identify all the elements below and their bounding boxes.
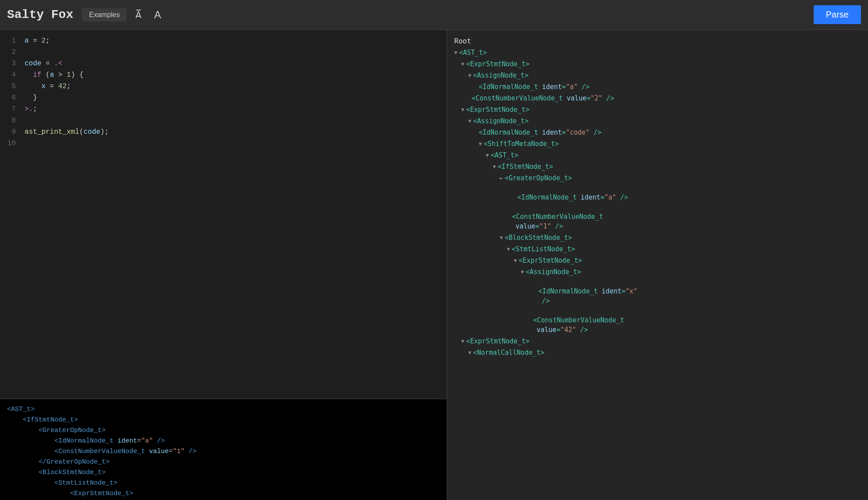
ast-spacer <box>447 278 868 286</box>
app-title: Salty Fox <box>7 8 73 21</box>
ast-node: ▼ <NormalCallNode_t> <box>447 347 868 358</box>
ast-node: ▼ <ExprStmtNode_t> <box>447 58 868 70</box>
ast-node: <ConstNumberValueNode_tvalue="42" /> <box>447 314 868 336</box>
line-num: 9 <box>7 126 16 138</box>
line-num: 6 <box>7 92 16 104</box>
ast-spacer <box>447 307 868 314</box>
parse-button[interactable]: Parse <box>814 5 861 24</box>
code-editor[interactable]: 1 2 3 4 5 6 7 8 9 10 a = 2; code = .< if… <box>0 30 447 399</box>
ast-node: ▼ <ExprStmtNode_t> <box>447 336 868 347</box>
ast-node: ▼ <AST_t> <box>447 150 868 161</box>
line-num: 7 <box>7 104 16 115</box>
ast-node: <ConstNumberValueNode_t value="2" /> <box>447 93 868 104</box>
ast-node: ▼ <IfStmtNode_t> <box>447 161 868 172</box>
main-area: 1 2 3 4 5 6 7 8 9 10 a = 2; code = .< if… <box>0 30 868 500</box>
ast-node: <IdNormalNode_t ident="a" /> <box>447 81 868 93</box>
ast-panel: Root ▼ <AST_t> ▼ <ExprStmtNode_t> ▼ <Ass… <box>447 30 868 500</box>
ast-node: <ConstNumberValueNode_tvalue="1" /> <box>447 211 868 232</box>
ast-node: ▼ <ExprStmtNode_t> <box>447 104 868 115</box>
font-decrease-button[interactable]: A̅ <box>132 8 145 22</box>
line-num: 10 <box>7 138 16 149</box>
ast-node: ► <GreaterOpNode_t> <box>447 172 868 184</box>
ast-tree-scroll[interactable]: Root ▼ <AST_t> ▼ <ExprStmtNode_t> ▼ <Ass… <box>447 30 868 500</box>
editor-panel: 1 2 3 4 5 6 7 8 9 10 a = 2; code = .< if… <box>0 30 447 500</box>
ast-node: ▼ <StmtListNode_t> <box>447 243 868 255</box>
header: Salty Fox Examples A̅ A Parse <box>0 0 868 30</box>
line-num: 3 <box>7 58 16 69</box>
line-num: 1 <box>7 35 16 46</box>
ast-node: ▼ <ExprStmtNode_t> <box>447 255 868 266</box>
code-content[interactable]: a = 2; code = .< if (a > 1) { x = 42; } … <box>21 30 447 399</box>
line-num: 8 <box>7 115 16 126</box>
ast-node: ▼ <BlockStmtNode_t> <box>447 232 868 243</box>
ast-node: ▼ <AssignNode_t> <box>447 115 868 127</box>
xml-output[interactable]: <AST_t> <IfStmtNode_t> <GreaterOpNode_t>… <box>0 399 447 500</box>
line-numbers: 1 2 3 4 5 6 7 8 9 10 <box>0 30 21 399</box>
line-num: 5 <box>7 81 16 92</box>
ast-node: ▼ <AssignNode_t> <box>447 70 868 81</box>
ast-node: <IdNormalNode_t ident="a" /> <box>447 192 868 203</box>
ast-node: <IdNormalNode_t ident="code" /> <box>447 127 868 138</box>
ast-root-label: Root <box>447 35 868 47</box>
line-num: 4 <box>7 69 16 81</box>
examples-button[interactable]: Examples <box>82 8 127 21</box>
ast-node: <IdNormalNode_t ident="x"/> <box>447 286 868 307</box>
ast-node: ▼ <ShiftToMetaNode_t> <box>447 138 868 150</box>
ast-spacer <box>447 203 868 211</box>
line-num: 2 <box>7 46 16 58</box>
ast-node: ▼ <AssignNode_t> <box>447 266 868 278</box>
ast-node: ▼ <AST_t> <box>447 47 868 58</box>
ast-spacer <box>447 184 868 192</box>
font-increase-button[interactable]: A <box>150 7 164 23</box>
